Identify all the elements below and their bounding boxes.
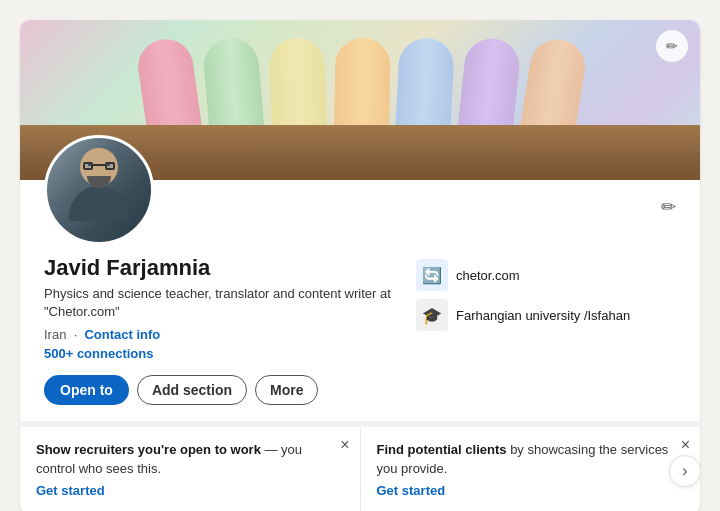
glasses-right-lens xyxy=(105,162,115,170)
connections-count[interactable]: 500+ connections xyxy=(44,346,416,361)
recruiter-text: Show recruiters you're open to work — yo… xyxy=(36,441,344,477)
next-notification-button[interactable]: › xyxy=(669,455,700,487)
clients-get-started[interactable]: Get started xyxy=(377,482,685,500)
company-farhangian: 🎓 Farhangian university /Isfahan xyxy=(416,299,676,331)
profile-name: Javid Farjamnia xyxy=(44,255,416,281)
location-text: Iran xyxy=(44,327,66,342)
recruiter-notification: Show recruiters you're open to work — yo… xyxy=(20,427,361,511)
chetor-icon: 🔄 xyxy=(422,266,442,285)
farhangian-icon: 🎓 xyxy=(422,306,442,325)
recruiter-get-started[interactable]: Get started xyxy=(36,482,344,500)
add-section-button[interactable]: Add section xyxy=(137,375,247,405)
farhangian-logo: 🎓 xyxy=(416,299,448,331)
avatar xyxy=(44,135,154,245)
edit-cover-button[interactable]: ✏ xyxy=(656,30,688,62)
avatar-glasses xyxy=(81,162,117,172)
chetor-name[interactable]: chetor.com xyxy=(456,268,520,283)
pencil-icon: ✏ xyxy=(666,38,678,54)
company-chetor: 🔄 chetor.com xyxy=(416,259,676,291)
avatar-wrapper xyxy=(44,135,154,245)
chetor-logo: 🔄 xyxy=(416,259,448,291)
recruiter-bold: Show recruiters you're open to work xyxy=(36,442,261,457)
clients-bold: Find potential clients xyxy=(377,442,507,457)
clients-notification: Find potential clients by showcasing the… xyxy=(361,427,701,511)
action-buttons: Open to Add section More xyxy=(44,375,416,405)
clients-text: Find potential clients by showcasing the… xyxy=(377,441,685,477)
profile-headline: Physics and science teacher, translator … xyxy=(44,285,416,321)
profile-card: ✏ ✏ Javid F xyxy=(20,20,700,511)
pencil-icon: ✏ xyxy=(661,197,676,217)
more-button[interactable]: More xyxy=(255,375,318,405)
contact-info-link[interactable]: Contact info xyxy=(84,327,160,342)
avatar-head xyxy=(80,148,118,186)
profile-info-left: Javid Farjamnia Physics and science teac… xyxy=(44,255,416,405)
recruiter-close-button[interactable]: × xyxy=(340,437,349,453)
open-to-button[interactable]: Open to xyxy=(44,375,129,405)
avatar-body xyxy=(69,186,129,221)
farhangian-name[interactable]: Farhangian university /Isfahan xyxy=(456,308,630,323)
clients-close-button[interactable]: × xyxy=(681,437,690,453)
profile-section: ✏ Javid Farjamnia Physics and science te… xyxy=(20,180,700,421)
profile-location: Iran · Contact info xyxy=(44,327,416,342)
profile-main: Javid Farjamnia Physics and science teac… xyxy=(44,255,676,405)
glasses-left-lens xyxy=(83,162,93,170)
notifications-section: Show recruiters you're open to work — yo… xyxy=(20,421,700,511)
profile-info-right: 🔄 chetor.com 🎓 Farhangian university /Is… xyxy=(416,255,676,339)
edit-profile-button[interactable]: ✏ xyxy=(661,196,676,218)
